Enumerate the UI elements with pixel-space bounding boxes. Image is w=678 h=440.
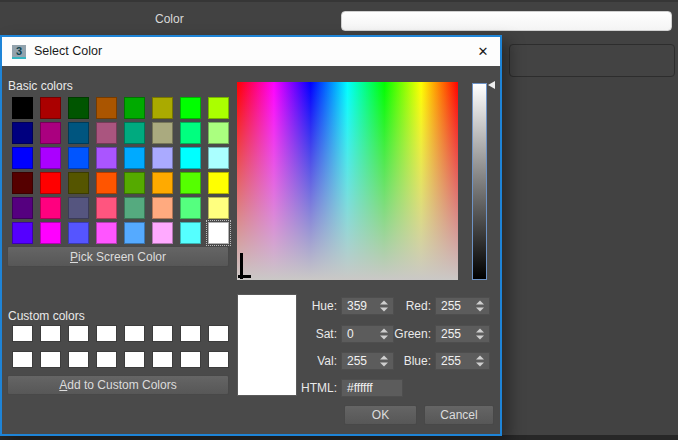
color-swatch[interactable] xyxy=(124,147,145,169)
color-swatch[interactable] xyxy=(124,97,145,119)
color-swatch[interactable] xyxy=(180,97,201,119)
add-to-custom-colors-button[interactable]: Add to Custom Colors xyxy=(7,375,229,395)
spinner-arrows-icon[interactable] xyxy=(476,301,484,312)
color-swatch[interactable] xyxy=(40,325,61,342)
color-swatch[interactable] xyxy=(208,97,229,119)
color-swatch[interactable] xyxy=(96,351,117,368)
color-swatch[interactable] xyxy=(40,147,61,169)
blue-spinbox[interactable]: 255 xyxy=(435,352,490,370)
color-swatch[interactable] xyxy=(124,197,145,219)
color-swatch[interactable] xyxy=(208,147,229,169)
color-swatch[interactable] xyxy=(208,197,229,219)
color-swatch[interactable] xyxy=(152,122,173,144)
color-swatch[interactable] xyxy=(208,351,229,368)
hue-saturation-picker[interactable] xyxy=(237,82,458,280)
color-swatch[interactable] xyxy=(180,325,201,342)
color-swatch[interactable] xyxy=(180,197,201,219)
color-swatch[interactable] xyxy=(208,172,229,194)
pick-screen-color-button[interactable]: Pick Screen Color xyxy=(7,246,229,267)
color-swatch[interactable] xyxy=(152,147,173,169)
color-swatch[interactable] xyxy=(68,351,89,368)
pick-screen-label: ick Screen Color xyxy=(78,250,166,264)
color-swatch[interactable] xyxy=(68,122,89,144)
hue-label: Hue: xyxy=(272,297,337,315)
color-swatch[interactable] xyxy=(40,351,61,368)
color-swatch[interactable] xyxy=(152,172,173,194)
close-icon[interactable]: ✕ xyxy=(470,37,496,66)
picker-crosshair-icon xyxy=(238,275,251,278)
color-swatch[interactable] xyxy=(12,147,33,169)
color-swatch[interactable] xyxy=(12,351,33,368)
red-label: Red: xyxy=(366,297,431,315)
color-swatch[interactable] xyxy=(96,197,117,219)
color-swatch[interactable] xyxy=(96,325,117,342)
color-swatch[interactable] xyxy=(124,122,145,144)
application-window: Color 3 Select Color ✕ Basic colors Pick… xyxy=(0,0,678,440)
color-swatch[interactable] xyxy=(40,122,61,144)
spinner-arrows-icon[interactable] xyxy=(476,356,484,367)
color-swatch[interactable] xyxy=(96,147,117,169)
basic-colors-grid xyxy=(12,97,229,244)
html-label: HTML: xyxy=(272,379,337,397)
color-swatch[interactable] xyxy=(208,325,229,342)
background-toolbar: Color xyxy=(0,0,678,33)
pick-screen-mnemonic: P xyxy=(70,250,78,264)
color-swatch[interactable] xyxy=(152,351,173,368)
basic-colors-label: Basic colors xyxy=(8,79,73,93)
color-swatch[interactable] xyxy=(68,97,89,119)
color-swatch[interactable] xyxy=(68,222,89,244)
color-swatch[interactable] xyxy=(96,222,117,244)
color-swatch[interactable] xyxy=(180,222,201,244)
color-swatch[interactable] xyxy=(96,122,117,144)
color-swatch[interactable] xyxy=(124,172,145,194)
color-swatch[interactable] xyxy=(12,325,33,342)
color-swatch[interactable] xyxy=(40,97,61,119)
app-3dsmax-icon: 3 xyxy=(12,45,26,59)
color-swatch[interactable] xyxy=(152,197,173,219)
color-swatch[interactable] xyxy=(40,172,61,194)
value-luminance-slider[interactable] xyxy=(472,83,487,280)
color-swatch[interactable] xyxy=(152,325,173,342)
color-swatch[interactable] xyxy=(180,172,201,194)
ok-button[interactable]: OK xyxy=(344,405,417,425)
color-swatch[interactable] xyxy=(180,351,201,368)
val-label: Val: xyxy=(272,352,337,370)
green-spinbox[interactable]: 255 xyxy=(435,325,490,343)
color-swatch[interactable] xyxy=(68,325,89,342)
color-swatch[interactable] xyxy=(124,351,145,368)
color-swatch[interactable] xyxy=(124,325,145,342)
color-swatch[interactable] xyxy=(96,172,117,194)
color-swatch[interactable] xyxy=(68,147,89,169)
color-swatch[interactable] xyxy=(124,222,145,244)
dialog-titlebar[interactable]: 3 Select Color ✕ xyxy=(2,37,500,66)
select-color-dialog: 3 Select Color ✕ Basic colors Pick Scree… xyxy=(0,35,502,436)
spinner-arrows-icon[interactable] xyxy=(476,329,484,340)
color-swatch[interactable] xyxy=(12,197,33,219)
green-label: Green: xyxy=(366,325,431,343)
color-swatch[interactable] xyxy=(68,172,89,194)
slider-arrow-icon[interactable] xyxy=(488,81,495,89)
custom-colors-label: Custom colors xyxy=(8,309,85,323)
color-property-label: Color xyxy=(155,11,184,28)
color-swatch[interactable] xyxy=(12,122,33,144)
color-value-input[interactable] xyxy=(341,11,672,31)
color-swatch[interactable] xyxy=(12,97,33,119)
add-custom-label: dd to Custom Colors xyxy=(67,378,176,392)
color-swatch[interactable] xyxy=(180,147,201,169)
color-swatch[interactable] xyxy=(180,122,201,144)
color-swatch[interactable] xyxy=(12,172,33,194)
cancel-button[interactable]: Cancel xyxy=(424,405,494,425)
color-swatch[interactable] xyxy=(152,222,173,244)
color-swatch[interactable] xyxy=(208,222,229,244)
color-swatch[interactable] xyxy=(96,97,117,119)
color-swatch[interactable] xyxy=(208,122,229,144)
red-spinbox[interactable]: 255 xyxy=(435,297,490,315)
color-swatch[interactable] xyxy=(68,197,89,219)
color-swatch[interactable] xyxy=(152,97,173,119)
color-swatch[interactable] xyxy=(40,222,61,244)
html-input[interactable]: #ffffff xyxy=(341,379,403,397)
color-swatch[interactable] xyxy=(12,222,33,244)
dialog-title: Select Color xyxy=(34,37,102,66)
sat-label: Sat: xyxy=(272,325,337,343)
color-swatch[interactable] xyxy=(40,197,61,219)
